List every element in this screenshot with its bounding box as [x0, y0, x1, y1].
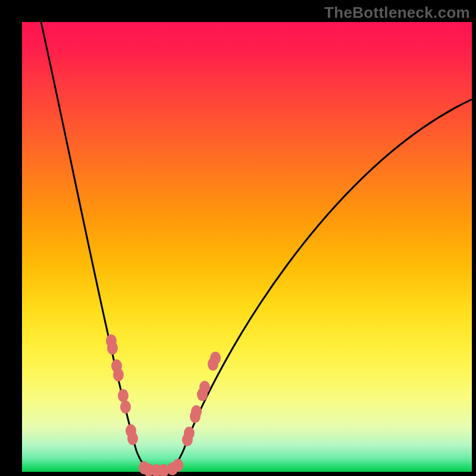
- data-marker: [127, 432, 138, 445]
- chart-frame: TheBottleneck.com: [0, 0, 476, 476]
- data-marker: [191, 405, 202, 418]
- watermark-text: TheBottleneck.com: [324, 4, 470, 22]
- data-marker: [210, 352, 221, 365]
- data-marker: [118, 389, 129, 402]
- data-marker: [113, 368, 124, 381]
- data-marker: [107, 342, 118, 355]
- chart-overlay: [22, 22, 472, 472]
- data-marker: [120, 400, 131, 414]
- data-marker: [173, 459, 183, 472]
- bottleneck-curve: [41, 22, 472, 472]
- data-marker: [199, 381, 210, 394]
- data-marker: [184, 427, 195, 440]
